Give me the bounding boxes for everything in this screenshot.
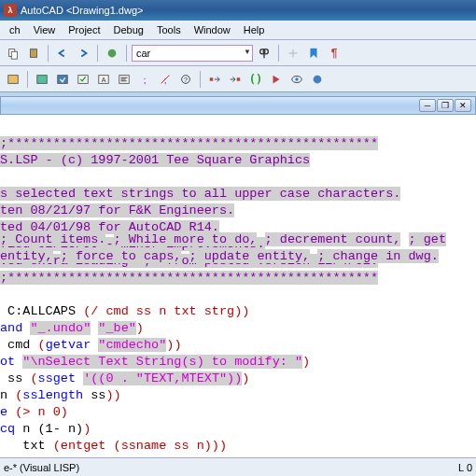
step-out-button[interactable] — [226, 70, 245, 89]
window-title: AutoCAD <Drawing1.dwg> — [21, 5, 143, 16]
code-string: "cmdecho" — [98, 338, 166, 352]
separator — [200, 71, 201, 88]
comment-line: ten 08/21/97 for F&K Engineers. — [0, 203, 234, 217]
svg-rect-8 — [8, 75, 19, 83]
side-comment: ; decrement count, — [265, 232, 401, 246]
menu-project[interactable]: Project — [63, 22, 105, 37]
find-button[interactable] — [255, 44, 273, 63]
svg-point-27 — [314, 75, 322, 83]
menu-help[interactable]: Help — [238, 22, 271, 37]
comment-button[interactable]: ; — [135, 70, 154, 89]
svg-rect-3 — [32, 48, 35, 50]
comment-separator: ;***************************************… — [0, 271, 378, 285]
search-wrap: ▼ — [132, 45, 253, 62]
complete-button[interactable] — [103, 44, 121, 63]
svg-rect-23 — [210, 77, 214, 81]
title-bar: λ AutoCAD <Drawing1.dwg> — [0, 0, 476, 21]
eval-button[interactable] — [267, 70, 286, 89]
menu-bar: ch View Project Debug Tools Window Help — [0, 21, 476, 40]
svg-text:;: ; — [144, 74, 147, 84]
menu-view[interactable]: View — [28, 22, 62, 37]
code-entget: (entget (ssname ss n)) — [53, 439, 219, 453]
close-button[interactable]: ✕ — [455, 99, 471, 112]
separator — [27, 71, 28, 88]
svg-point-26 — [295, 77, 299, 81]
code-string: "\nSelect Text String(s) to modify: " — [22, 355, 302, 369]
code-string: "_.undo" — [30, 321, 91, 335]
side-comments: ; Count items. ; While more to do, ; dec… — [0, 231, 474, 265]
app-icon: λ — [4, 4, 17, 17]
load-sel-button[interactable] — [53, 70, 72, 89]
menu-search[interactable]: ch — [4, 22, 26, 37]
svg-point-6 — [263, 49, 268, 53]
check-sel-button[interactable]: A — [94, 70, 113, 89]
side-comment: ; change in dwg. — [317, 249, 439, 263]
side-comment: ; While more to do, — [114, 232, 258, 246]
svg-rect-9 — [37, 75, 48, 83]
paste-button[interactable] — [24, 44, 43, 63]
comment-separator: ;***************************************… — [0, 136, 378, 150]
side-comment: ; force to caps, — [61, 249, 182, 263]
code-setq: n (1- n) — [22, 422, 83, 436]
minimize-button[interactable]: ─ — [419, 99, 436, 112]
separator — [48, 45, 49, 62]
watch-button[interactable] — [287, 70, 306, 89]
svg-text:A: A — [102, 76, 106, 82]
status-bar: e-* (Visual LISP) L 0 — [0, 457, 476, 476]
trace-button[interactable] — [308, 70, 327, 89]
format-code-button[interactable] — [115, 70, 133, 89]
svg-text:?: ? — [184, 76, 188, 82]
code-string: "_be" — [98, 321, 136, 335]
search-input[interactable] — [132, 45, 253, 62]
toolbar-main: ▼ ¶ — [0, 40, 476, 66]
console-button[interactable] — [4, 70, 22, 89]
maximize-button[interactable]: ❐ — [437, 99, 454, 112]
separator — [126, 45, 127, 62]
menu-debug[interactable]: Debug — [108, 22, 149, 37]
copy-button[interactable] — [4, 44, 22, 63]
step-button[interactable] — [205, 70, 224, 89]
code-params: (/ cmd ss n txt strg) — [83, 304, 242, 318]
bracket-match-button[interactable]: () — [246, 70, 265, 89]
comment-line: s selected text strings to all upper cas… — [0, 187, 400, 201]
code-cond: (> n 0) — [15, 405, 68, 419]
toggle-button[interactable] — [284, 44, 302, 63]
code-string: '((0 . "TEXT,MTEXT")) — [83, 371, 242, 385]
status-left: e-* (Visual LISP) — [4, 462, 79, 473]
load-button[interactable] — [33, 70, 51, 89]
undo-button[interactable] — [53, 44, 72, 63]
menu-tools[interactable]: Tools — [151, 22, 187, 37]
menu-window[interactable]: Window — [189, 22, 236, 37]
status-right: L 0 — [458, 462, 472, 473]
code-editor[interactable]: ;***************************************… — [0, 115, 476, 476]
side-comment: ; Count items. — [0, 232, 105, 246]
toolbar-lisp: A ; ; ? () — [0, 66, 476, 92]
redo-button[interactable] — [74, 44, 92, 63]
code-symbol: C:ALLCAPS — [7, 304, 76, 318]
comment-line: S.LSP - (c) 1997-2001 Tee Square Graphic… — [0, 153, 310, 167]
format-button[interactable]: ¶ — [325, 44, 343, 63]
side-comment: ; update entity, — [189, 249, 311, 263]
svg-rect-24 — [237, 77, 241, 81]
uncomment-button[interactable]: ; — [156, 70, 175, 89]
svg-rect-1 — [11, 51, 17, 59]
help-button[interactable]: ? — [176, 70, 195, 89]
document-titlebar: ─ ❐ ✕ — [0, 96, 476, 115]
bookmark-button[interactable] — [304, 44, 323, 63]
check-button[interactable] — [74, 70, 92, 89]
separator — [278, 45, 279, 62]
separator — [97, 45, 98, 62]
svg-point-4 — [108, 49, 117, 57]
